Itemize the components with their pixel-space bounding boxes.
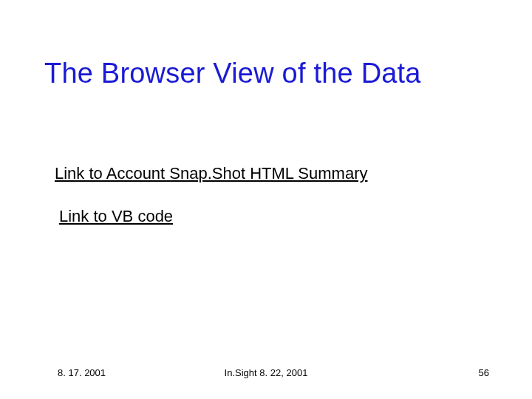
- footer-center-text: In.Sight 8. 22, 2001: [0, 367, 532, 378]
- footer-page-number: 56: [479, 367, 489, 378]
- slide-title: The Browser View of the Data: [44, 58, 502, 89]
- link-account-snapshot-summary[interactable]: Link to Account Snap.Shot HTML Summary: [55, 164, 368, 183]
- link-vb-code[interactable]: Link to VB code: [59, 207, 173, 226]
